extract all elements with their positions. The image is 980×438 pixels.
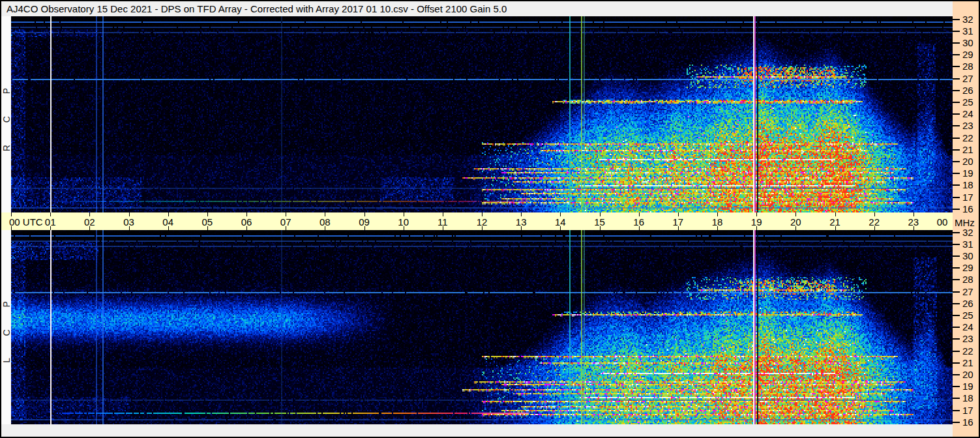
freq-label: 22	[962, 345, 973, 356]
freq-label: 23	[962, 333, 973, 344]
hour-label: 18	[712, 216, 723, 227]
freq-tick	[953, 291, 960, 293]
title-bar: AJ4CO Observatory 15 Dec 2021 - DPS on T…	[1, 1, 953, 16]
freq-label: 20	[962, 156, 973, 167]
freq-tick	[953, 54, 960, 55]
freq-label: 32	[962, 226, 973, 237]
hour-label: 09	[359, 216, 370, 227]
hour-label: 05	[201, 216, 213, 227]
freq-label: 30	[962, 37, 973, 48]
rcp-polarization-label: R C P	[1, 78, 12, 151]
rcp-panel-margin: R C P	[1, 16, 11, 212]
freq-tick	[953, 161, 960, 162]
frequency-scale-strip: MHz 323130292827262524232221201918171632…	[953, 1, 979, 437]
freq-label: 17	[962, 404, 973, 415]
freq-tick	[953, 267, 960, 269]
freq-tick	[953, 279, 960, 280]
hour-label: 07	[280, 216, 291, 227]
freq-tick	[953, 351, 960, 352]
freq-tick	[953, 244, 960, 245]
hour-label: 21	[829, 216, 840, 227]
hour-label: 23	[908, 216, 919, 227]
hour-label: 03	[123, 216, 134, 227]
freq-label: 20	[962, 369, 973, 380]
freq-label: 19	[962, 381, 973, 392]
freq-tick	[953, 90, 960, 91]
freq-label: 27	[962, 285, 973, 297]
hour-label: 19	[751, 216, 762, 227]
hour-label: 00	[937, 216, 948, 227]
freq-label: 25	[962, 310, 973, 321]
freq-tick	[953, 138, 960, 139]
freq-label: 32	[962, 13, 973, 24]
freq-tick	[953, 184, 960, 186]
freq-tick	[953, 315, 960, 316]
freq-tick	[953, 66, 960, 67]
rcp-spectrogram	[11, 16, 953, 212]
freq-label: 26	[962, 85, 973, 96]
freq-tick	[953, 197, 960, 198]
freq-label: 24	[962, 321, 973, 332]
freq-label: 31	[962, 239, 973, 250]
hour-label: 17	[672, 216, 683, 227]
freq-label: 19	[962, 168, 973, 179]
freq-label: 28	[962, 274, 973, 285]
freq-label: 24	[962, 108, 973, 119]
freq-label: 29	[962, 49, 973, 60]
hour-label: 13	[516, 216, 527, 227]
footer-strip	[1, 424, 953, 437]
freq-label: 29	[962, 262, 973, 273]
freq-label: 18	[962, 392, 973, 403]
lcp-spectrogram	[11, 230, 953, 424]
freq-tick	[953, 256, 960, 257]
freq-tick	[953, 374, 960, 375]
freq-label: 18	[962, 179, 973, 190]
freq-label: 25	[962, 96, 973, 108]
spectrograph-image: AJ4CO Observatory 15 Dec 2021 - DPS on T…	[0, 0, 980, 438]
freq-label: 22	[962, 132, 973, 143]
hour-label: 04	[162, 216, 173, 227]
freq-tick	[953, 173, 960, 174]
freq-label: 31	[962, 25, 973, 36]
freq-tick	[953, 398, 960, 399]
freq-label: 16	[962, 203, 973, 214]
freq-label: 23	[962, 120, 973, 131]
freq-label: 28	[962, 61, 973, 72]
freq-tick	[953, 19, 960, 20]
hour-label: 08	[319, 216, 331, 227]
freq-label: 21	[962, 144, 973, 155]
freq-label: 17	[962, 191, 973, 202]
hour-label: 02	[84, 216, 95, 227]
freq-tick	[953, 113, 960, 115]
hour-label: 01	[45, 216, 56, 227]
lcp-polarization-label: L C P	[1, 291, 12, 363]
freq-tick	[953, 232, 960, 233]
freq-label: 16	[962, 416, 973, 428]
freq-tick	[953, 327, 960, 328]
hour-label: 15	[594, 216, 605, 227]
freq-tick	[953, 338, 960, 340]
freq-tick	[953, 386, 960, 387]
hour-label: 16	[633, 216, 644, 227]
freq-tick	[953, 410, 960, 411]
freq-label: 27	[962, 72, 973, 83]
freq-label: 21	[962, 357, 973, 368]
freq-tick	[953, 209, 960, 210]
hour-label: 11	[438, 216, 448, 227]
freq-label: 26	[962, 298, 973, 309]
freq-tick	[953, 31, 960, 32]
hour-label: 10	[398, 216, 409, 227]
freq-tick	[953, 303, 960, 304]
freq-tick	[953, 149, 960, 151]
freq-tick	[953, 78, 960, 80]
time-axis: 00 UTC0102030405060708091011121314151617…	[1, 212, 953, 230]
freq-tick	[953, 125, 960, 126]
hour-label: 14	[555, 216, 566, 227]
hour-label: 12	[477, 216, 488, 227]
freq-label: 30	[962, 250, 973, 261]
freq-tick	[953, 422, 960, 423]
hour-label: 22	[869, 216, 880, 227]
freq-tick	[953, 362, 960, 364]
lcp-panel-margin: L C P	[1, 230, 11, 424]
hour-label: 20	[790, 216, 801, 227]
